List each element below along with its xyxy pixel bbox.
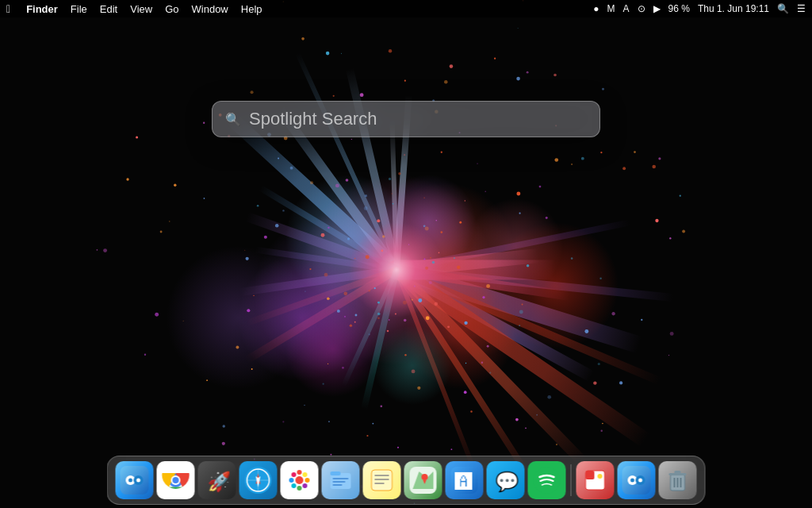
svg-point-20: [305, 478, 310, 483]
menubar:  Finder File Edit View Go Window Help ●…: [0, 0, 812, 17]
spotlight-input[interactable]: [249, 109, 587, 129]
status-icon-a[interactable]: A: [623, 3, 630, 14]
dock-skype[interactable]: 💬: [487, 461, 525, 499]
svg-point-44: [598, 474, 603, 479]
svg-rect-28: [333, 481, 346, 483]
apple-menu[interactable]: : [6, 2, 10, 15]
menu-file[interactable]: File: [71, 3, 87, 15]
menu-extras-icon[interactable]: ☰: [797, 3, 806, 14]
dock-trash[interactable]: [659, 461, 697, 499]
wallpaper: [0, 0, 812, 508]
dock-chrome[interactable]: [157, 461, 195, 499]
svg-point-16: [296, 476, 304, 484]
dock-launchpad[interactable]: 🚀: [198, 461, 236, 499]
svg-rect-29: [333, 484, 343, 486]
battery-status[interactable]: 96 %: [668, 3, 690, 14]
dock-appstore[interactable]: 🅰: [446, 461, 484, 499]
status-icon-m[interactable]: M: [607, 3, 615, 14]
dock-separator: [571, 464, 572, 496]
svg-rect-52: [675, 471, 681, 474]
spotlight-search-icon: 🔍: [225, 112, 241, 127]
dock: 🚀: [107, 456, 706, 505]
svg-point-48: [630, 479, 634, 483]
menu-edit[interactable]: Edit: [100, 3, 117, 15]
svg-text:🅰: 🅰: [455, 471, 473, 491]
datetime-display[interactable]: Thu 1. Jun 19:11: [698, 3, 769, 14]
dock-photos[interactable]: [281, 461, 319, 499]
svg-point-21: [292, 472, 297, 477]
svg-point-24: [303, 483, 308, 488]
wifi-icon[interactable]: ⊙: [638, 3, 645, 14]
dock-finder[interactable]: [116, 461, 154, 499]
dock-notes[interactable]: [363, 461, 401, 499]
svg-rect-43: [586, 471, 595, 479]
dock-finder2[interactable]: [618, 461, 656, 499]
svg-point-4: [136, 479, 140, 483]
svg-point-17: [297, 470, 302, 475]
app-name[interactable]: Finder: [26, 3, 58, 15]
dock-safari[interactable]: [239, 461, 278, 499]
dock-files[interactable]: [322, 461, 360, 499]
svg-text:🚀: 🚀: [208, 470, 230, 493]
svg-point-18: [297, 486, 302, 491]
svg-rect-26: [331, 471, 341, 475]
menu-view[interactable]: View: [130, 3, 152, 15]
svg-point-3: [128, 479, 132, 483]
menu-window[interactable]: Window: [192, 3, 228, 15]
volume-icon[interactable]: ▶: [653, 3, 661, 14]
svg-point-19: [289, 478, 294, 483]
desktop: [0, 0, 812, 508]
spotlight-menubar-icon[interactable]: 🔍: [777, 3, 789, 14]
dock-maps[interactable]: [404, 461, 442, 499]
menu-go[interactable]: Go: [165, 3, 178, 15]
menu-help[interactable]: Help: [241, 3, 262, 15]
spotlight-bar: 🔍: [212, 101, 600, 137]
dock-preview[interactable]: [576, 461, 615, 499]
svg-point-36: [422, 474, 428, 480]
svg-point-22: [303, 472, 308, 477]
svg-rect-27: [333, 478, 349, 479]
svg-rect-30: [372, 470, 393, 491]
svg-point-8: [173, 477, 179, 483]
status-icon-1[interactable]: ●: [593, 3, 599, 14]
svg-text:💬: 💬: [496, 470, 519, 493]
dock-spotify[interactable]: [528, 461, 566, 499]
svg-point-23: [292, 483, 297, 488]
spotlight-container: 🔍: [212, 101, 600, 137]
svg-point-49: [638, 479, 642, 483]
